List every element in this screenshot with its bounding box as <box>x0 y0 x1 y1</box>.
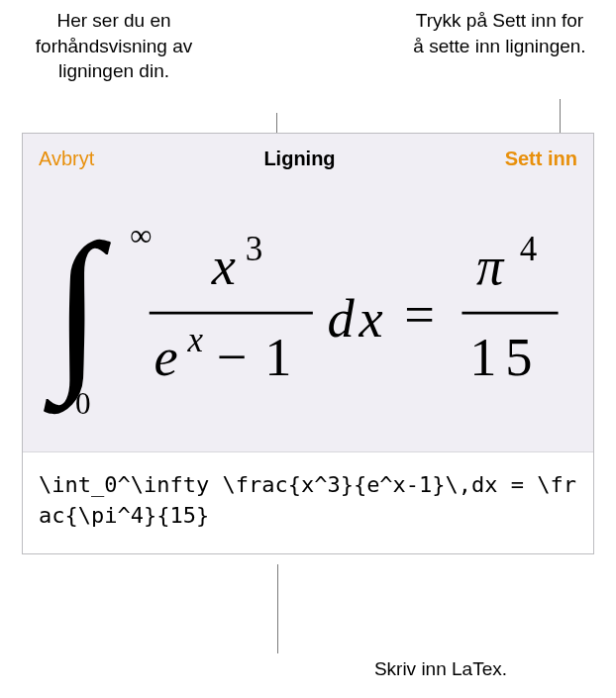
latex-input[interactable]: \int_0^\infty \frac{x^3}{e^x-1}\,dx = \f… <box>39 470 577 532</box>
rendered-equation: ∫ ∞ 0 x 3 e x − 1 d x = π 4 1 <box>39 194 577 442</box>
latex-input-area[interactable]: \int_0^\infty \frac{x^3}{e^x-1}\,dx = \f… <box>23 451 593 553</box>
svg-text:∫: ∫ <box>44 208 112 415</box>
svg-text:=: = <box>404 285 435 345</box>
callout-insert-text: Trykk på Sett inn for å sette inn lignin… <box>413 8 586 58</box>
cancel-button[interactable]: Avbryt <box>39 148 94 170</box>
svg-text:1: 1 <box>469 328 496 387</box>
svg-text:4: 4 <box>520 230 537 268</box>
svg-text:d: d <box>327 289 355 349</box>
svg-text:3: 3 <box>246 230 262 268</box>
callout-line <box>277 564 278 653</box>
svg-text:x: x <box>187 321 204 359</box>
equation-preview: ∫ ∞ 0 x 3 e x − 1 d x = π 4 1 <box>23 184 593 451</box>
dialog-title: Ligning <box>263 148 335 170</box>
svg-text:5: 5 <box>505 328 532 387</box>
svg-text:0: 0 <box>75 386 91 421</box>
svg-text:1: 1 <box>264 328 291 387</box>
dialog-header: Avbryt Ligning Sett inn <box>23 134 593 184</box>
equation-dialog: Avbryt Ligning Sett inn ∫ ∞ 0 x 3 e x − … <box>22 133 594 554</box>
callout-latex-text: Skriv inn LaTex. <box>374 658 507 680</box>
svg-text:∞: ∞ <box>130 218 152 252</box>
insert-button[interactable]: Sett inn <box>505 148 577 170</box>
svg-text:x: x <box>358 289 382 349</box>
callout-preview-text: Her ser du en forhåndsvisning av ligning… <box>30 8 198 84</box>
svg-text:x: x <box>211 237 236 296</box>
svg-text:−: − <box>217 328 248 387</box>
svg-text:π: π <box>476 237 505 296</box>
svg-text:e: e <box>154 328 178 387</box>
